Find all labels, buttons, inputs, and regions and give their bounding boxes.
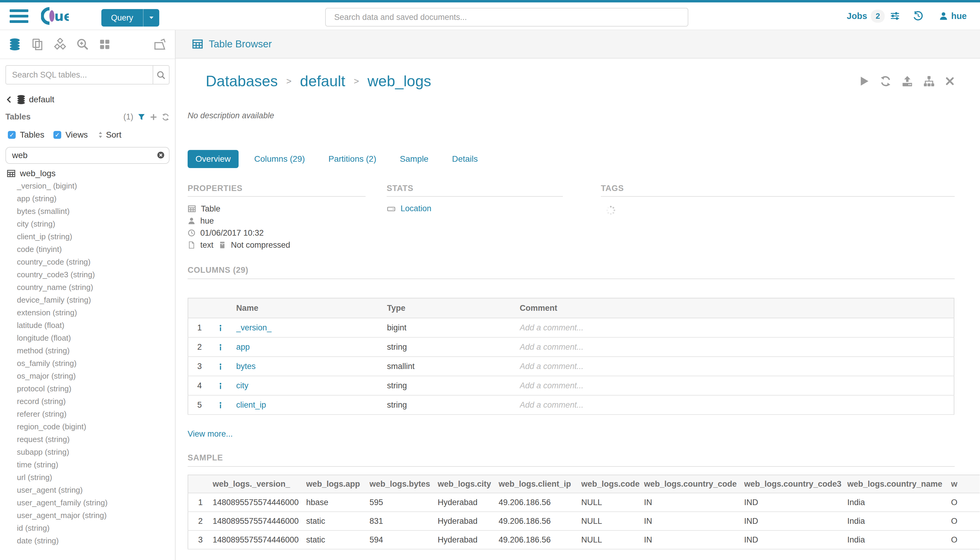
filter-funnel-icon[interactable] xyxy=(138,113,145,121)
sample-header[interactable]: web_logs.client_ip xyxy=(499,475,581,493)
sidebar-column-item[interactable]: os_major (string) xyxy=(7,370,170,382)
sidebar-column-item[interactable]: device_family (string) xyxy=(7,293,170,306)
sidebar-column-item[interactable]: bytes (smallint) xyxy=(7,205,170,218)
user-menu[interactable]: hue xyxy=(939,11,967,21)
column-name-link[interactable]: bytes xyxy=(236,357,387,376)
sidebar-column-item[interactable]: user_agent (string) xyxy=(7,484,170,496)
sidebar-column-item[interactable]: client_ip (string) xyxy=(7,230,170,243)
sidebar-column-item[interactable]: method (string) xyxy=(7,344,170,357)
sidebar-column-item[interactable]: record (string) xyxy=(7,395,170,408)
jobs-link[interactable]: Jobs 2 xyxy=(847,10,885,23)
views-checkbox[interactable]: ✓ xyxy=(53,131,61,139)
sidebar-column-item[interactable]: app (string) xyxy=(7,192,170,205)
sample-header[interactable]: web_logs.code xyxy=(581,475,644,493)
refresh-icon[interactable] xyxy=(880,75,891,87)
sample-header[interactable]: web_logs.country_code3 xyxy=(744,475,847,493)
sample-header[interactable]: web_logs.country_name xyxy=(847,475,951,493)
sidebar-column-item[interactable]: url (string) xyxy=(7,471,170,484)
sample-header[interactable]: web_logs.app xyxy=(306,475,369,493)
search-app-icon[interactable] xyxy=(77,38,89,50)
views-checkbox-label[interactable]: Views xyxy=(65,130,88,140)
column-name-link[interactable]: client_ip xyxy=(236,395,387,415)
sidebar-column-item[interactable]: time (string) xyxy=(7,458,170,471)
sample-header[interactable]: web_logs.country_code xyxy=(644,475,744,493)
column-name-link[interactable]: city xyxy=(236,376,387,395)
sidebar-column-item[interactable]: region_code (bigint) xyxy=(7,420,170,433)
col-header-comment[interactable]: Comment xyxy=(520,298,954,318)
documents-folder-icon[interactable] xyxy=(154,38,166,51)
column-comment[interactable]: Add a comment... xyxy=(520,357,954,376)
global-search-input[interactable] xyxy=(325,8,688,27)
refresh-tables-icon[interactable] xyxy=(162,113,170,121)
sample-header[interactable]: web_logs.city xyxy=(438,475,499,493)
column-comment[interactable]: Add a comment... xyxy=(520,395,954,415)
breadcrumb-item[interactable]: default xyxy=(300,72,345,90)
tab-details[interactable]: Details xyxy=(444,150,486,168)
column-comment[interactable]: Add a comment... xyxy=(520,337,954,357)
documents-app-icon[interactable] xyxy=(32,38,43,50)
sample-header[interactable]: web_logs.bytes xyxy=(369,475,438,493)
apps-grid-icon[interactable] xyxy=(99,38,110,50)
col-header-type[interactable]: Type xyxy=(387,298,520,318)
query-table-icon[interactable] xyxy=(859,76,870,87)
sidebar-table-web-logs[interactable]: web_logs xyxy=(7,169,170,178)
sidebar-column-item[interactable]: longitude (float) xyxy=(7,332,170,344)
query-button[interactable]: Query xyxy=(101,9,159,27)
column-name-link[interactable]: _version_ xyxy=(236,318,387,337)
hamburger-menu-icon[interactable] xyxy=(10,7,28,26)
history-icon[interactable] xyxy=(913,11,923,21)
back-chevron-icon[interactable] xyxy=(5,96,13,103)
sample-header[interactable]: web_logs._version_ xyxy=(213,475,306,493)
column-comment[interactable]: Add a comment... xyxy=(520,376,954,395)
column-info-icon[interactable] xyxy=(217,382,224,390)
add-table-icon[interactable] xyxy=(150,113,158,121)
sidebar-column-item[interactable]: date (string) xyxy=(7,534,170,547)
column-info-icon[interactable] xyxy=(217,324,224,332)
tab-columns-29[interactable]: Columns (29) xyxy=(246,150,313,168)
tab-overview[interactable]: Overview xyxy=(188,150,239,168)
sidebar-column-item[interactable]: code (tinyint) xyxy=(7,243,170,255)
tables-checkbox-label[interactable]: Tables xyxy=(20,130,44,140)
tab-partitions-2[interactable]: Partitions (2) xyxy=(321,150,384,168)
sidebar-column-item[interactable]: latitude (float) xyxy=(7,319,170,332)
location-link[interactable]: Location xyxy=(401,204,431,213)
sidebar-column-item[interactable]: country_code3 (string) xyxy=(7,268,170,281)
clear-filter-icon[interactable] xyxy=(157,151,165,159)
tables-checkbox[interactable]: ✓ xyxy=(8,131,16,139)
sidebar-column-item[interactable]: subapp (string) xyxy=(7,446,170,458)
import-icon[interactable] xyxy=(902,75,913,87)
sort-control[interactable]: Sort xyxy=(97,130,121,140)
view-more-link[interactable]: View more... xyxy=(188,429,233,439)
lineage-icon[interactable] xyxy=(923,75,935,87)
sidebar-column-item[interactable]: request (string) xyxy=(7,433,170,446)
col-header-name[interactable]: Name xyxy=(236,298,387,318)
sidebar-column-item[interactable]: os_family (string) xyxy=(7,357,170,370)
sidebar-column-item[interactable]: country_code (string) xyxy=(7,255,170,268)
databases-app-icon[interactable] xyxy=(8,38,21,51)
sidebar-column-item[interactable]: _version_ (bigint) xyxy=(7,180,170,192)
close-icon[interactable] xyxy=(945,76,955,86)
table-description[interactable]: No description available xyxy=(188,111,980,120)
sidebar-column-item[interactable]: city (string) xyxy=(7,218,170,230)
tab-sample[interactable]: Sample xyxy=(392,150,436,168)
column-name-link[interactable]: app xyxy=(236,337,387,357)
column-info-icon[interactable] xyxy=(217,363,224,370)
sql-tables-search-button[interactable] xyxy=(153,65,170,85)
sidebar-column-item[interactable]: referer (string) xyxy=(7,408,170,420)
breadcrumb-item[interactable]: Databases xyxy=(206,72,278,90)
query-button-label[interactable]: Query xyxy=(101,13,143,23)
current-database[interactable]: default xyxy=(29,95,54,104)
jobs-settings-icon[interactable] xyxy=(890,11,900,21)
column-info-icon[interactable] xyxy=(217,402,224,409)
sidebar-column-item[interactable]: user_agent_family (string) xyxy=(7,496,170,509)
cubes-app-icon[interactable] xyxy=(54,38,67,51)
sidebar-column-item[interactable]: country_name (string) xyxy=(7,281,170,293)
sidebar-column-item[interactable]: extension (string) xyxy=(7,306,170,319)
sample-header[interactable]: w xyxy=(951,475,980,493)
query-dropdown-caret[interactable] xyxy=(143,9,159,27)
sidebar-column-item[interactable]: user_agent_major (string) xyxy=(7,509,170,522)
sql-tables-search-input[interactable] xyxy=(5,65,153,85)
sidebar-column-item[interactable]: id (string) xyxy=(7,522,170,534)
column-info-icon[interactable] xyxy=(217,344,224,351)
hue-logo[interactable]: ue xyxy=(41,7,69,25)
